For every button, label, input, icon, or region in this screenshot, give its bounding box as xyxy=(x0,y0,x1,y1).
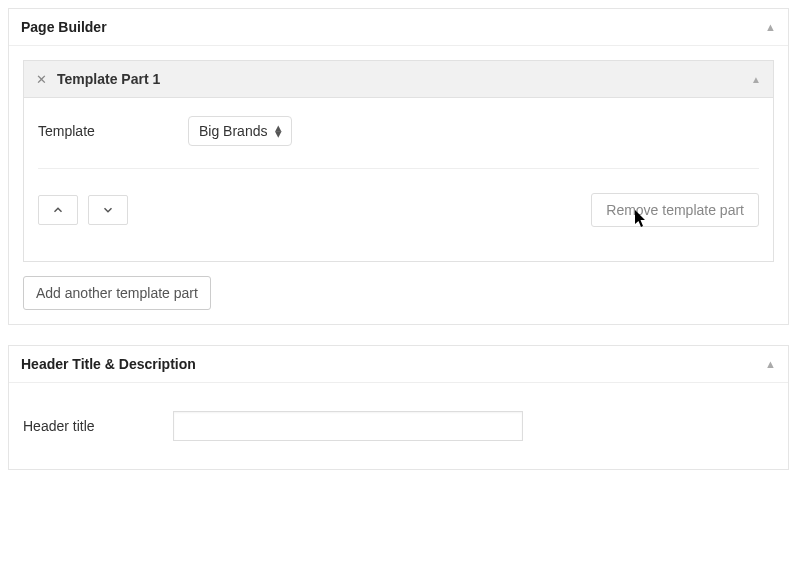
page-builder-title: Page Builder xyxy=(21,19,107,35)
add-template-part-button[interactable]: Add another template part xyxy=(23,276,211,310)
header-title-section-title: Header Title & Description xyxy=(21,356,196,372)
template-part-body: Template Big Brands ▴▾ xyxy=(24,98,773,261)
header-title-header[interactable]: Header Title & Description ▲ xyxy=(9,346,788,383)
close-icon[interactable]: ✕ xyxy=(36,73,47,86)
header-title-body: Header title xyxy=(9,383,788,469)
header-title-row: Header title xyxy=(23,397,774,455)
template-field-row: Template Big Brands ▴▾ xyxy=(38,116,759,164)
page-builder-body: ✕ Template Part 1 ▲ Template Big Brands … xyxy=(9,46,788,324)
chevron-up-icon xyxy=(51,203,65,217)
collapse-icon[interactable]: ▲ xyxy=(765,21,776,33)
template-part-footer: Remove template part xyxy=(38,183,759,247)
template-part-header-left: ✕ Template Part 1 xyxy=(36,71,160,87)
page-builder-metabox: Page Builder ▲ ✕ Template Part 1 ▲ Templ… xyxy=(8,8,789,325)
template-select-value: Big Brands xyxy=(199,123,267,139)
reorder-buttons xyxy=(38,195,128,225)
move-up-button[interactable] xyxy=(38,195,78,225)
select-caret-icon: ▴▾ xyxy=(275,125,281,138)
collapse-icon[interactable]: ▲ xyxy=(751,74,761,85)
template-part-title: Template Part 1 xyxy=(57,71,160,87)
collapse-icon[interactable]: ▲ xyxy=(765,358,776,370)
move-down-button[interactable] xyxy=(88,195,128,225)
header-title-input[interactable] xyxy=(173,411,523,441)
page-builder-header[interactable]: Page Builder ▲ xyxy=(9,9,788,46)
template-part-header[interactable]: ✕ Template Part 1 ▲ xyxy=(24,61,773,98)
header-title-metabox: Header Title & Description ▲ Header titl… xyxy=(8,345,789,470)
template-part-item: ✕ Template Part 1 ▲ Template Big Brands … xyxy=(23,60,774,262)
divider xyxy=(38,168,759,169)
template-select[interactable]: Big Brands ▴▾ xyxy=(188,116,292,146)
header-title-label: Header title xyxy=(23,418,173,434)
template-label: Template xyxy=(38,123,188,139)
chevron-down-icon xyxy=(101,203,115,217)
remove-template-part-button[interactable]: Remove template part xyxy=(591,193,759,227)
